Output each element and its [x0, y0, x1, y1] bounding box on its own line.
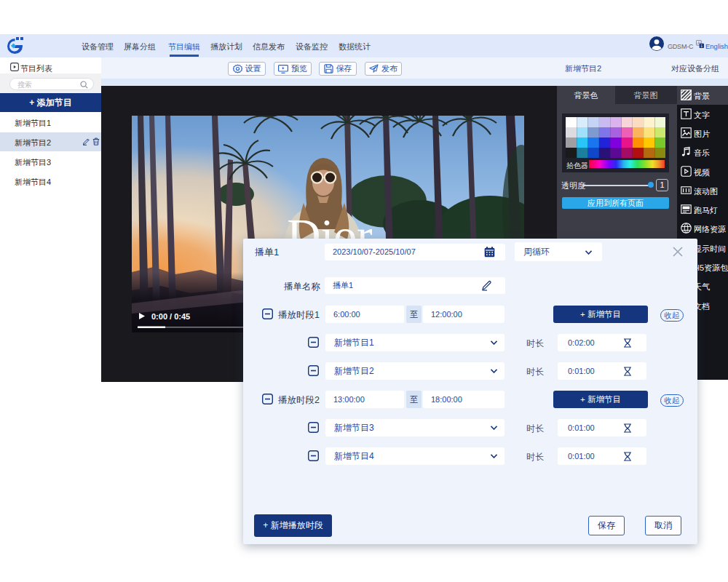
svg-text:1: 1 [700, 44, 703, 48]
svg-text:0:00 / 0:45: 0:00 / 0:45 [151, 312, 190, 321]
